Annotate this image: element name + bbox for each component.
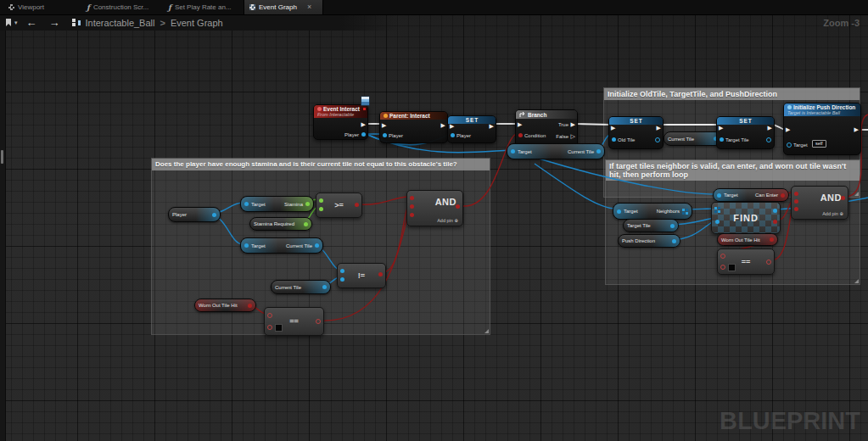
player-in-pin[interactable] bbox=[451, 133, 455, 137]
node-get-current-tile-init[interactable]: Current Tile bbox=[664, 131, 722, 146]
input-pin[interactable] bbox=[340, 269, 344, 273]
node-map-find[interactable]: FIND bbox=[711, 202, 781, 234]
input-pin[interactable] bbox=[340, 277, 344, 282]
node-get-current-tile-of-player[interactable]: Target Current Tile bbox=[240, 237, 323, 254]
player-out-pin[interactable] bbox=[212, 213, 216, 217]
node-get-neighbors[interactable]: Target Neighbors bbox=[613, 203, 692, 220]
key-in-pin[interactable] bbox=[715, 220, 720, 224]
exec-out-pin[interactable]: ▶ bbox=[768, 125, 772, 131]
node-get-worn-out-tile-hit[interactable]: Worn Out Tile Hit bbox=[194, 299, 256, 312]
tab-set-play-rate[interactable]: ƒ Set Play Rate an... bbox=[163, 0, 237, 14]
stamina-out-pin[interactable] bbox=[305, 202, 310, 206]
true-exec-pin[interactable]: ▶ bbox=[571, 121, 575, 127]
node-set-target-tile[interactable]: SET ▶ ▶ Target Tile bbox=[716, 116, 775, 149]
bool-default-checkbox[interactable] bbox=[728, 264, 736, 271]
exec-in-pin[interactable]: ▶ bbox=[786, 126, 790, 132]
push-direction-out-pin[interactable] bbox=[672, 239, 676, 243]
target-pin[interactable] bbox=[617, 209, 621, 214]
input-pin[interactable] bbox=[794, 199, 798, 204]
target-tile-out-pin[interactable] bbox=[766, 137, 771, 142]
input-pin[interactable] bbox=[794, 207, 798, 211]
node-equal-1[interactable]: == bbox=[264, 307, 324, 336]
exec-out-pin[interactable]: ▶ bbox=[441, 122, 445, 128]
bool-default-checkbox[interactable] bbox=[275, 324, 283, 332]
input-pin[interactable] bbox=[720, 265, 725, 270]
map-pin-icon[interactable] bbox=[714, 207, 720, 213]
target-pin[interactable] bbox=[244, 202, 249, 206]
node-set-player[interactable]: SET ▶ ▶ Player bbox=[447, 115, 496, 143]
node-get-current-tile-of-target[interactable]: Target Current Tile bbox=[507, 143, 605, 159]
condition-pin[interactable] bbox=[518, 133, 523, 137]
exec-out-pin[interactable]: ▶ bbox=[854, 126, 859, 132]
input-pin[interactable] bbox=[720, 254, 725, 259]
node-event-interact[interactable]: Event Interact From Interactable ▶ Playe… bbox=[313, 104, 368, 140]
node-not-equal[interactable]: != bbox=[337, 263, 386, 288]
node-equal-2[interactable]: == bbox=[717, 248, 775, 275]
input-pin[interactable] bbox=[410, 196, 414, 200]
node-initialize-push-direction[interactable]: Initialize Push Direction Target is Inte… bbox=[783, 103, 861, 155]
stamina-required-out-pin[interactable] bbox=[304, 222, 308, 226]
player-out-pin[interactable] bbox=[361, 132, 366, 137]
exec-out-pin[interactable]: ▶ bbox=[361, 121, 366, 127]
current-tile-out-pin[interactable] bbox=[322, 285, 327, 289]
input-pin[interactable] bbox=[319, 207, 323, 211]
old-tile-out-pin[interactable] bbox=[655, 137, 660, 142]
node-greater-equal[interactable]: >= bbox=[316, 193, 362, 218]
current-tile-out-pin[interactable] bbox=[315, 243, 319, 248]
exec-in-pin[interactable]: ▶ bbox=[518, 121, 522, 127]
input-pin[interactable] bbox=[319, 198, 323, 203]
input-pin[interactable] bbox=[267, 325, 272, 330]
input-pin[interactable] bbox=[267, 313, 272, 318]
input-pin[interactable] bbox=[794, 192, 798, 196]
tab-construction-script[interactable]: ƒ Construction Scr... bbox=[81, 0, 154, 14]
tab-event-graph[interactable]: Event Graph × bbox=[244, 0, 323, 14]
result-pin[interactable] bbox=[316, 319, 321, 324]
bookmark-caret-icon[interactable]: ▾ bbox=[14, 20, 18, 26]
node-get-stamina[interactable]: Target Stamina bbox=[240, 196, 314, 212]
node-and-stamina[interactable]: AND Add pin ⊕ bbox=[406, 190, 463, 226]
self-value-box[interactable]: self bbox=[812, 140, 826, 148]
node-get-worn-out-tile-hit-2[interactable]: Worn Out Tile Hit bbox=[717, 233, 778, 246]
worn-out-tile-hit-out-pin[interactable] bbox=[770, 237, 774, 242]
back-button[interactable]: ← bbox=[23, 17, 41, 28]
worn-out-tile-hit-out-pin[interactable] bbox=[248, 304, 252, 308]
map-pin-icon[interactable] bbox=[682, 209, 688, 215]
current-tile-out-pin[interactable] bbox=[596, 149, 601, 154]
target-pin[interactable] bbox=[511, 149, 515, 154]
value-out-pin[interactable] bbox=[773, 209, 777, 213]
found-out-pin[interactable] bbox=[773, 220, 777, 224]
result-pin[interactable] bbox=[355, 203, 359, 207]
result-pin[interactable] bbox=[378, 272, 383, 276]
expand-panel-handle[interactable] bbox=[1, 150, 3, 164]
input-pin[interactable] bbox=[410, 213, 414, 217]
exec-in-pin[interactable]: ▶ bbox=[382, 122, 386, 128]
node-get-stamina-required[interactable]: Stamina Required bbox=[249, 217, 312, 231]
exec-in-pin[interactable]: ▶ bbox=[719, 125, 723, 131]
result-pin[interactable] bbox=[456, 204, 460, 209]
node-set-old-tile[interactable]: SET ▶ ▶ Old Tile bbox=[608, 116, 664, 149]
target-in-pin[interactable] bbox=[787, 142, 792, 148]
old-tile-in-pin[interactable] bbox=[612, 137, 616, 142]
node-parent-interact[interactable]: Parent: Interact ▶ ▶ Player bbox=[379, 111, 448, 143]
exec-in-pin[interactable]: ▶ bbox=[450, 123, 454, 129]
exec-out-pin[interactable]: ▶ bbox=[490, 123, 494, 129]
can-enter-out-pin[interactable] bbox=[781, 193, 785, 198]
add-pin-icon[interactable]: ⊕ bbox=[839, 211, 843, 216]
target-tile-out-pin[interactable] bbox=[670, 224, 675, 228]
add-pin-icon[interactable]: ⊕ bbox=[454, 218, 458, 223]
player-in-pin[interactable] bbox=[383, 133, 387, 137]
result-pin[interactable] bbox=[841, 196, 845, 200]
node-get-push-direction[interactable]: Push Direction bbox=[618, 234, 680, 248]
node-get-target-tile[interactable]: Target Tile bbox=[623, 219, 679, 232]
breadcrumb-current[interactable]: Event Graph bbox=[171, 18, 223, 28]
target-tile-in-pin[interactable] bbox=[720, 137, 724, 142]
graph-canvas[interactable]: Zoom -3 BLUEPRINT Does the player have e… bbox=[0, 14, 868, 441]
target-pin[interactable] bbox=[717, 193, 721, 198]
forward-button[interactable]: → bbox=[46, 17, 64, 28]
false-exec-pin[interactable]: ▷ bbox=[571, 133, 575, 139]
bookmark-icon[interactable] bbox=[6, 19, 11, 26]
node-and-loop[interactable]: AND Add pin ⊕ bbox=[791, 186, 848, 220]
tab-close-button[interactable]: × bbox=[307, 3, 311, 11]
input-pin[interactable] bbox=[410, 204, 414, 209]
node-get-current-tile[interactable]: Current Tile bbox=[271, 280, 331, 294]
